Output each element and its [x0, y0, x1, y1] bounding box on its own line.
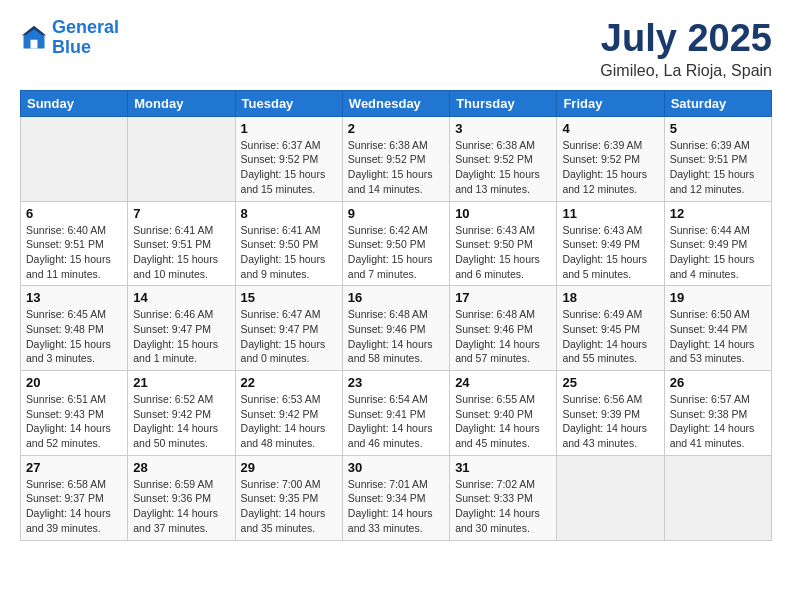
- calendar-cell: 15Sunrise: 6:47 AMSunset: 9:47 PMDayligh…: [235, 286, 342, 371]
- day-number: 26: [670, 375, 766, 390]
- page: General Blue July 2025 Gimileo, La Rioja…: [0, 0, 792, 612]
- logo: General Blue: [20, 18, 119, 58]
- day-info: Sunrise: 6:45 AMSunset: 9:48 PMDaylight:…: [26, 307, 122, 366]
- day-info: Sunrise: 6:56 AMSunset: 9:39 PMDaylight:…: [562, 392, 658, 451]
- calendar-cell: 1Sunrise: 6:37 AMSunset: 9:52 PMDaylight…: [235, 116, 342, 201]
- day-number: 31: [455, 460, 551, 475]
- calendar-week-4: 20Sunrise: 6:51 AMSunset: 9:43 PMDayligh…: [21, 371, 772, 456]
- day-info: Sunrise: 6:40 AMSunset: 9:51 PMDaylight:…: [26, 223, 122, 282]
- day-info: Sunrise: 6:41 AMSunset: 9:51 PMDaylight:…: [133, 223, 229, 282]
- day-info: Sunrise: 6:38 AMSunset: 9:52 PMDaylight:…: [348, 138, 444, 197]
- day-info: Sunrise: 6:39 AMSunset: 9:51 PMDaylight:…: [670, 138, 766, 197]
- calendar-cell: 23Sunrise: 6:54 AMSunset: 9:41 PMDayligh…: [342, 371, 449, 456]
- day-info: Sunrise: 6:41 AMSunset: 9:50 PMDaylight:…: [241, 223, 337, 282]
- day-number: 16: [348, 290, 444, 305]
- day-number: 13: [26, 290, 122, 305]
- day-number: 23: [348, 375, 444, 390]
- calendar-cell: 25Sunrise: 6:56 AMSunset: 9:39 PMDayligh…: [557, 371, 664, 456]
- calendar-week-2: 6Sunrise: 6:40 AMSunset: 9:51 PMDaylight…: [21, 201, 772, 286]
- logo-line1: General: [52, 17, 119, 37]
- day-number: 2: [348, 121, 444, 136]
- calendar-cell: 17Sunrise: 6:48 AMSunset: 9:46 PMDayligh…: [450, 286, 557, 371]
- calendar-cell: 8Sunrise: 6:41 AMSunset: 9:50 PMDaylight…: [235, 201, 342, 286]
- calendar-cell: 2Sunrise: 6:38 AMSunset: 9:52 PMDaylight…: [342, 116, 449, 201]
- calendar: Sunday Monday Tuesday Wednesday Thursday…: [20, 90, 772, 541]
- day-info: Sunrise: 6:58 AMSunset: 9:37 PMDaylight:…: [26, 477, 122, 536]
- calendar-cell: [557, 455, 664, 540]
- day-info: Sunrise: 6:38 AMSunset: 9:52 PMDaylight:…: [455, 138, 551, 197]
- logo-line2: Blue: [52, 37, 91, 57]
- day-info: Sunrise: 6:43 AMSunset: 9:49 PMDaylight:…: [562, 223, 658, 282]
- day-info: Sunrise: 6:37 AMSunset: 9:52 PMDaylight:…: [241, 138, 337, 197]
- logo-text: General Blue: [52, 18, 119, 58]
- day-number: 11: [562, 206, 658, 221]
- day-info: Sunrise: 6:43 AMSunset: 9:50 PMDaylight:…: [455, 223, 551, 282]
- day-info: Sunrise: 6:59 AMSunset: 9:36 PMDaylight:…: [133, 477, 229, 536]
- calendar-cell: 22Sunrise: 6:53 AMSunset: 9:42 PMDayligh…: [235, 371, 342, 456]
- calendar-body: 1Sunrise: 6:37 AMSunset: 9:52 PMDaylight…: [21, 116, 772, 540]
- title-block: July 2025 Gimileo, La Rioja, Spain: [600, 18, 772, 80]
- calendar-cell: 24Sunrise: 6:55 AMSunset: 9:40 PMDayligh…: [450, 371, 557, 456]
- day-number: 17: [455, 290, 551, 305]
- calendar-week-5: 27Sunrise: 6:58 AMSunset: 9:37 PMDayligh…: [21, 455, 772, 540]
- calendar-cell: 9Sunrise: 6:42 AMSunset: 9:50 PMDaylight…: [342, 201, 449, 286]
- calendar-cell: 6Sunrise: 6:40 AMSunset: 9:51 PMDaylight…: [21, 201, 128, 286]
- day-number: 10: [455, 206, 551, 221]
- day-number: 5: [670, 121, 766, 136]
- day-info: Sunrise: 6:42 AMSunset: 9:50 PMDaylight:…: [348, 223, 444, 282]
- day-number: 18: [562, 290, 658, 305]
- day-info: Sunrise: 7:02 AMSunset: 9:33 PMDaylight:…: [455, 477, 551, 536]
- day-info: Sunrise: 6:53 AMSunset: 9:42 PMDaylight:…: [241, 392, 337, 451]
- col-monday: Monday: [128, 90, 235, 116]
- day-number: 21: [133, 375, 229, 390]
- day-number: 15: [241, 290, 337, 305]
- day-info: Sunrise: 6:55 AMSunset: 9:40 PMDaylight:…: [455, 392, 551, 451]
- calendar-cell: 31Sunrise: 7:02 AMSunset: 9:33 PMDayligh…: [450, 455, 557, 540]
- calendar-cell: [664, 455, 771, 540]
- calendar-cell: 11Sunrise: 6:43 AMSunset: 9:49 PMDayligh…: [557, 201, 664, 286]
- day-number: 22: [241, 375, 337, 390]
- col-saturday: Saturday: [664, 90, 771, 116]
- day-number: 25: [562, 375, 658, 390]
- location-subtitle: Gimileo, La Rioja, Spain: [600, 62, 772, 80]
- col-sunday: Sunday: [21, 90, 128, 116]
- header: General Blue July 2025 Gimileo, La Rioja…: [20, 18, 772, 80]
- calendar-cell: 19Sunrise: 6:50 AMSunset: 9:44 PMDayligh…: [664, 286, 771, 371]
- month-title: July 2025: [600, 18, 772, 60]
- day-number: 1: [241, 121, 337, 136]
- logo-icon: [20, 24, 48, 52]
- col-wednesday: Wednesday: [342, 90, 449, 116]
- calendar-cell: 3Sunrise: 6:38 AMSunset: 9:52 PMDaylight…: [450, 116, 557, 201]
- day-number: 7: [133, 206, 229, 221]
- day-info: Sunrise: 7:00 AMSunset: 9:35 PMDaylight:…: [241, 477, 337, 536]
- day-number: 30: [348, 460, 444, 475]
- calendar-cell: 28Sunrise: 6:59 AMSunset: 9:36 PMDayligh…: [128, 455, 235, 540]
- calendar-cell: 13Sunrise: 6:45 AMSunset: 9:48 PMDayligh…: [21, 286, 128, 371]
- calendar-cell: 10Sunrise: 6:43 AMSunset: 9:50 PMDayligh…: [450, 201, 557, 286]
- day-number: 20: [26, 375, 122, 390]
- calendar-cell: 18Sunrise: 6:49 AMSunset: 9:45 PMDayligh…: [557, 286, 664, 371]
- day-number: 8: [241, 206, 337, 221]
- calendar-cell: 16Sunrise: 6:48 AMSunset: 9:46 PMDayligh…: [342, 286, 449, 371]
- day-number: 28: [133, 460, 229, 475]
- day-number: 3: [455, 121, 551, 136]
- day-number: 19: [670, 290, 766, 305]
- svg-rect-2: [31, 40, 38, 49]
- day-info: Sunrise: 7:01 AMSunset: 9:34 PMDaylight:…: [348, 477, 444, 536]
- day-number: 14: [133, 290, 229, 305]
- day-number: 6: [26, 206, 122, 221]
- day-info: Sunrise: 6:48 AMSunset: 9:46 PMDaylight:…: [348, 307, 444, 366]
- day-number: 9: [348, 206, 444, 221]
- calendar-week-3: 13Sunrise: 6:45 AMSunset: 9:48 PMDayligh…: [21, 286, 772, 371]
- col-friday: Friday: [557, 90, 664, 116]
- calendar-cell: 29Sunrise: 7:00 AMSunset: 9:35 PMDayligh…: [235, 455, 342, 540]
- calendar-cell: [128, 116, 235, 201]
- calendar-cell: 5Sunrise: 6:39 AMSunset: 9:51 PMDaylight…: [664, 116, 771, 201]
- calendar-cell: 30Sunrise: 7:01 AMSunset: 9:34 PMDayligh…: [342, 455, 449, 540]
- day-info: Sunrise: 6:48 AMSunset: 9:46 PMDaylight:…: [455, 307, 551, 366]
- calendar-cell: 21Sunrise: 6:52 AMSunset: 9:42 PMDayligh…: [128, 371, 235, 456]
- col-tuesday: Tuesday: [235, 90, 342, 116]
- calendar-header-row: Sunday Monday Tuesday Wednesday Thursday…: [21, 90, 772, 116]
- calendar-cell: 27Sunrise: 6:58 AMSunset: 9:37 PMDayligh…: [21, 455, 128, 540]
- calendar-cell: 7Sunrise: 6:41 AMSunset: 9:51 PMDaylight…: [128, 201, 235, 286]
